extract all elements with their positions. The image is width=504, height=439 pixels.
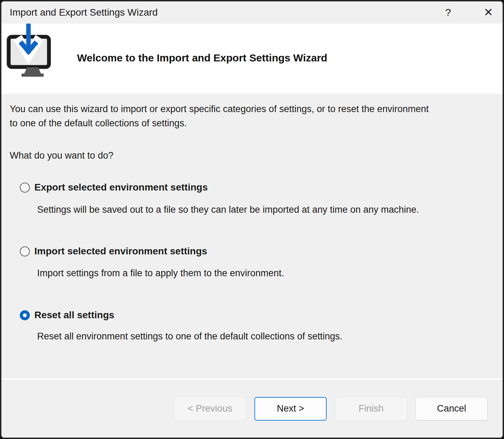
wizard-footer: < Previous Next > Finish Cancel [1,378,503,438]
monitor-download-icon [6,24,52,78]
wizard-header: Welcome to the Import and Export Setting… [1,24,503,94]
option-import-label[interactable]: Import selected environment settings [34,246,207,257]
radio-export-settings[interactable] [20,183,30,193]
intro-line-1: You can use this wizard to import or exp… [10,102,489,116]
radio-import-settings[interactable] [20,246,30,256]
option-export-description: Settings will be saved out to a file so … [37,203,489,217]
intro-line-2: to one of the default collections of set… [10,116,489,130]
window-title: Import and Export Settings Wizard [10,7,439,18]
option-reset-label[interactable]: Reset all settings [34,310,114,321]
intro-text: You can use this wizard to import or exp… [10,102,489,130]
title-bar[interactable]: Import and Export Settings Wizard ? × [1,1,503,24]
wizard-body: You can use this wizard to import or exp… [1,94,503,378]
close-button[interactable]: × [480,4,497,21]
option-reset-description: Reset all environment settings to one of… [37,329,489,344]
next-button[interactable]: Next > [254,397,327,421]
previous-button[interactable]: < Previous [174,397,246,421]
cancel-button[interactable]: Cancel [415,397,488,421]
option-reset-all-settings[interactable]: Reset all settings [20,309,489,321]
finish-button[interactable]: Finish [335,397,407,421]
option-export-settings[interactable]: Export selected environment settings [20,181,489,194]
question-text: What do you want to do? [10,149,489,163]
help-button[interactable]: ? [439,4,457,21]
help-icon: ? [445,7,451,18]
page-title: Welcome to the Import and Export Setting… [77,52,327,65]
radio-reset-all-settings[interactable] [20,310,30,320]
option-import-description: Import settings from a file to apply the… [37,266,489,280]
close-icon: × [484,5,493,19]
option-import-settings[interactable]: Import selected environment settings [20,245,489,258]
import-export-settings-wizard-window: Import and Export Settings Wizard ? × We [0,0,504,439]
option-export-label[interactable]: Export selected environment settings [34,182,208,193]
